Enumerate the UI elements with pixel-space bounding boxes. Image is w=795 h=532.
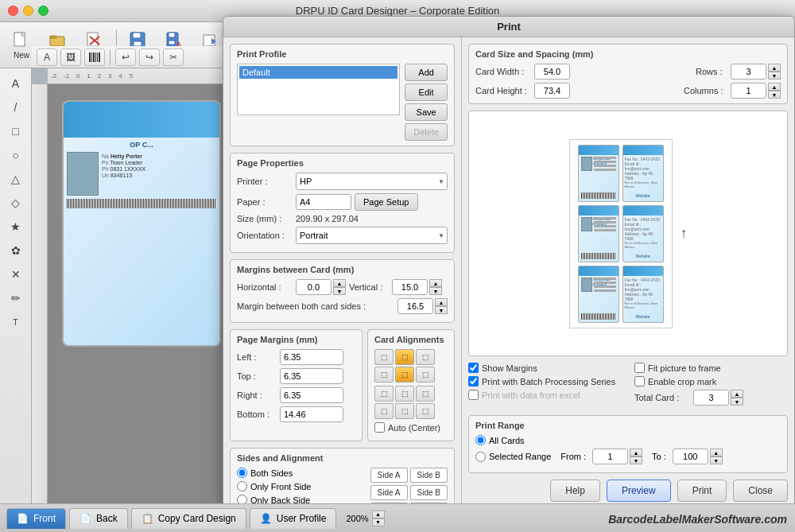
from-input[interactable] <box>592 449 628 464</box>
rows-label: Rows : <box>696 67 727 76</box>
profile-list[interactable]: Default <box>237 64 400 115</box>
minimize-window-btn[interactable] <box>23 6 33 16</box>
cut-button[interactable]: ✂ <box>163 49 184 66</box>
close-window-btn[interactable] <box>8 6 18 16</box>
to-input[interactable] <box>673 449 708 464</box>
top-input[interactable] <box>280 368 343 384</box>
batch-processing-check[interactable] <box>468 376 479 386</box>
total-card-input[interactable] <box>693 390 729 406</box>
spiral-tool[interactable]: ✿ <box>4 240 28 261</box>
line-tool[interactable]: / <box>4 97 28 118</box>
front-only-radio[interactable] <box>237 481 247 491</box>
triangle-tool[interactable]: △ <box>4 169 28 189</box>
image-tool[interactable]: 🖼 <box>60 49 81 66</box>
h-spin-up[interactable]: ▲ <box>333 279 346 287</box>
align-bot-left[interactable]: ⬚ <box>374 386 394 402</box>
h-spin-down[interactable]: ▼ <box>333 287 346 295</box>
zoom-down[interactable]: ▼ <box>372 518 385 526</box>
align-top-left[interactable]: ⬚ <box>374 349 394 365</box>
v-spin-up[interactable]: ▲ <box>429 279 442 287</box>
cols-down[interactable]: ▼ <box>768 91 781 99</box>
align-top-right[interactable]: ⬚ <box>416 349 435 365</box>
show-margins-check[interactable] <box>468 363 479 373</box>
align-br2[interactable]: ⬚ <box>416 403 435 419</box>
card-height-input[interactable] <box>534 83 570 99</box>
save-profile-btn[interactable]: Save <box>405 103 448 121</box>
page-setup-btn[interactable]: Page Setup <box>355 193 418 211</box>
crop-mark-check[interactable] <box>634 376 645 386</box>
both-sides-radio[interactable] <box>237 468 247 478</box>
rows-up[interactable]: ▲ <box>768 64 781 72</box>
edit-profile-btn[interactable]: Edit <box>405 83 448 101</box>
margin-both-input[interactable] <box>398 298 433 314</box>
align-bot-right[interactable]: ⬚ <box>416 386 435 402</box>
barcode-tool[interactable] <box>84 49 105 66</box>
align-bc2[interactable]: ⬚ <box>395 403 414 419</box>
diamond-tool[interactable]: ◇ <box>4 192 28 213</box>
select-tool[interactable]: A <box>4 73 28 94</box>
align-bl2[interactable]: ⬚ <box>374 403 394 419</box>
redo-button[interactable]: ↪ <box>139 49 160 66</box>
align-mid-right[interactable]: ⬚ <box>416 367 435 382</box>
cols-up[interactable]: ▲ <box>768 83 781 91</box>
to-label: To : <box>652 452 666 461</box>
side-b-btn-1[interactable]: Side B <box>410 468 448 483</box>
align-mid-left[interactable]: ⬚ <box>374 367 394 382</box>
align-bot-center[interactable]: ⬚ <box>395 386 414 402</box>
edit-tool[interactable]: ✏ <box>4 288 28 309</box>
vertical-input[interactable] <box>392 279 428 295</box>
copy-card-tab[interactable]: 📋 Copy Card Design <box>131 508 246 529</box>
auto-center-check[interactable] <box>374 422 385 433</box>
tc-down[interactable]: ▼ <box>731 398 743 406</box>
profile-item-default[interactable]: Default <box>239 66 398 79</box>
margins-between-title: Margins between Card (mm) <box>237 265 448 274</box>
paper-input[interactable] <box>296 194 351 210</box>
mb-spin-down[interactable]: ▼ <box>435 306 448 314</box>
rect-tool[interactable]: □ <box>4 121 28 142</box>
print-btn[interactable]: Print <box>677 480 727 502</box>
side-a-btn-1[interactable]: Side A <box>370 468 408 483</box>
back-tab[interactable]: 📄 Back <box>69 508 128 529</box>
help-btn[interactable]: Help <box>550 480 600 502</box>
mb-spin-up[interactable]: ▲ <box>435 298 448 306</box>
user-profile-tab[interactable]: 👤 User Profile <box>250 508 337 529</box>
text-box-tool[interactable]: T <box>4 312 28 332</box>
excel-data-check[interactable] <box>468 390 479 400</box>
align-mid-center[interactable]: ⬚ <box>395 367 414 382</box>
star-tool[interactable]: ★ <box>4 216 28 237</box>
rows-input[interactable] <box>731 64 766 80</box>
zoom-up[interactable]: ▲ <box>372 511 385 518</box>
front-tab[interactable]: 📄 Front <box>6 508 66 529</box>
side-a-btn-2[interactable]: Side A <box>370 485 408 500</box>
fit-picture-check[interactable] <box>634 363 645 373</box>
maximize-window-btn[interactable] <box>38 6 48 16</box>
from-up[interactable]: ▲ <box>630 449 642 456</box>
left-input[interactable] <box>280 349 343 365</box>
bottom-input[interactable] <box>280 406 343 422</box>
to-up[interactable]: ▲ <box>710 449 723 456</box>
close-btn[interactable]: Close <box>733 480 788 502</box>
v-spin-down[interactable]: ▼ <box>429 287 442 295</box>
ruler-vertical <box>32 84 48 503</box>
right-input[interactable] <box>280 387 343 403</box>
from-down[interactable]: ▼ <box>630 456 642 464</box>
card-width-input[interactable] <box>534 64 570 80</box>
preview-btn[interactable]: Preview <box>607 480 671 502</box>
horizontal-input[interactable] <box>296 279 332 295</box>
rows-down[interactable]: ▼ <box>768 72 781 80</box>
delete-profile-btn[interactable]: Delete <box>405 123 448 141</box>
selected-range-radio[interactable] <box>475 452 486 462</box>
tc-up[interactable]: ▲ <box>731 390 743 398</box>
text-tool[interactable]: A <box>37 49 57 66</box>
to-down[interactable]: ▼ <box>710 456 723 464</box>
columns-input[interactable] <box>731 83 766 99</box>
orientation-select[interactable]: Portrait <box>296 227 448 244</box>
printer-select[interactable]: HP <box>296 173 448 190</box>
ellipse-tool[interactable]: ○ <box>4 145 28 165</box>
add-profile-btn[interactable]: Add <box>405 64 448 81</box>
all-cards-radio[interactable] <box>475 435 486 445</box>
align-top-center[interactable]: ⬚ <box>395 349 414 365</box>
side-b-btn-2[interactable]: Side B <box>410 485 448 500</box>
cross-tool[interactable]: ✕ <box>4 264 28 285</box>
undo-button[interactable]: ↩ <box>115 49 136 66</box>
